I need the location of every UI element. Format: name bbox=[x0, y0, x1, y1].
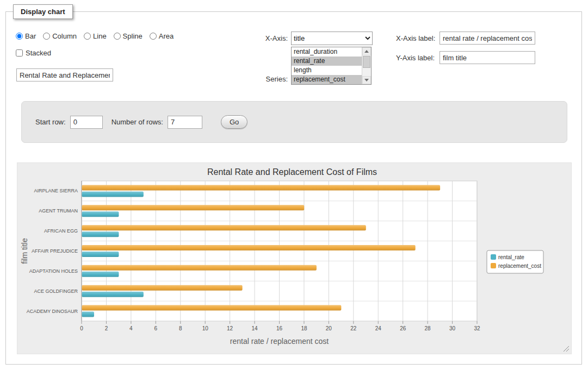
chart-type-radio-area[interactable] bbox=[150, 33, 157, 40]
chart-type-radiogroup: BarColumnLineSplineArea bbox=[16, 32, 174, 40]
series-option-rental_duration[interactable]: rental_duration bbox=[292, 47, 362, 57]
legend-swatch bbox=[491, 254, 496, 260]
legend-label: replacement_cost bbox=[498, 263, 541, 269]
chart-type-option-label: Line bbox=[93, 32, 107, 40]
x-tick-label: 2 bbox=[105, 325, 108, 331]
chart-type-radio-spline[interactable] bbox=[114, 33, 121, 40]
start-row-label: Start row: bbox=[35, 118, 66, 126]
y-axis-label-input[interactable] bbox=[440, 51, 535, 64]
category-label: ACADEMY DINOSAUR bbox=[27, 309, 78, 314]
page: Display chart BarColumnLineSplineArea St… bbox=[0, 0, 588, 370]
triangle-down-icon bbox=[364, 79, 369, 81]
x-axis-select-label: X-Axis: bbox=[222, 34, 288, 42]
x-axis-title: rental rate / replacement cost bbox=[230, 337, 329, 346]
stacked-label: Stacked bbox=[26, 49, 51, 57]
series-option-length[interactable]: length bbox=[292, 66, 362, 75]
x-axis-label-caption: X-Axis label: bbox=[396, 34, 435, 42]
x-axis-select[interactable]: title bbox=[291, 32, 373, 45]
scroll-up-button[interactable] bbox=[362, 47, 371, 55]
x-tick-label: 14 bbox=[252, 325, 258, 331]
category-label: AIRPLANE SIERRA bbox=[34, 188, 78, 193]
triangle-up-icon bbox=[364, 50, 369, 53]
number-of-rows-label: Number of rows: bbox=[112, 118, 163, 126]
x-tick-label: 10 bbox=[202, 325, 209, 331]
chart-type-option-area[interactable]: Area bbox=[150, 32, 174, 40]
chart-resize-handle[interactable] bbox=[564, 346, 569, 352]
series-select-label: Series: bbox=[222, 75, 288, 83]
y-axis-label-caption: Y-Axis label: bbox=[396, 54, 435, 62]
x-tick-label: 0 bbox=[80, 325, 83, 331]
x-tick-label: 18 bbox=[301, 325, 307, 331]
chart-title: Rental Rate and Replacement Cost of Film… bbox=[207, 167, 377, 177]
y-axis-title: film title bbox=[20, 238, 29, 264]
chart-type-radio-line[interactable] bbox=[84, 33, 91, 40]
fieldset-legend: Display chart bbox=[13, 4, 73, 19]
x-tick-label: 8 bbox=[179, 325, 182, 331]
chart-title-input[interactable] bbox=[16, 68, 113, 81]
category-label: AFFAIR PREJUDICE bbox=[32, 248, 78, 254]
chart-type-option-column[interactable]: Column bbox=[43, 32, 77, 40]
chart-legend: rental_ratereplacement_cost bbox=[487, 250, 543, 273]
stacked-checkbox-row[interactable]: Stacked bbox=[16, 49, 51, 57]
x-tick-label: 12 bbox=[227, 325, 233, 331]
display-chart-fieldset: Display chart BarColumnLineSplineArea St… bbox=[5, 11, 582, 365]
category-label: AFRICAN EGG bbox=[44, 228, 78, 234]
legend-label: rental_rate bbox=[498, 254, 524, 260]
bar-rental_rate[interactable] bbox=[82, 252, 119, 257]
bar-replacement_cost[interactable] bbox=[82, 205, 305, 210]
chart-type-radio-column[interactable] bbox=[43, 33, 50, 40]
scroll-down-button[interactable] bbox=[362, 76, 371, 84]
chart-type-option-label: Column bbox=[52, 32, 77, 40]
x-axis-label-input[interactable] bbox=[440, 32, 535, 45]
x-tick-label: 32 bbox=[474, 325, 480, 331]
series-listbox-items: rental_durationrental_ratelengthreplacem… bbox=[292, 47, 362, 84]
x-tick-label: 6 bbox=[154, 325, 158, 331]
series-listbox[interactable]: rental_durationrental_ratelengthreplacem… bbox=[291, 47, 372, 85]
scrollbar-thumb[interactable] bbox=[363, 56, 370, 68]
category-label: ADAPTATION HOLES bbox=[29, 268, 78, 274]
chart-type-radio-bar[interactable] bbox=[16, 33, 23, 40]
bar-rental_rate[interactable] bbox=[82, 211, 119, 217]
x-tick-label: 4 bbox=[129, 325, 133, 331]
category-label: ACE GOLDFINGER bbox=[34, 289, 78, 294]
legend-swatch bbox=[491, 263, 496, 268]
x-tick-label: 20 bbox=[326, 325, 332, 331]
bar-replacement_cost[interactable] bbox=[82, 245, 416, 250]
chart-type-option-label: Spline bbox=[123, 32, 143, 40]
series-option-rental_rate[interactable]: rental_rate bbox=[292, 57, 362, 66]
chart-type-option-label: Bar bbox=[25, 32, 36, 40]
chart-svg: 02468101214161820222426283032AIRPLANE SI… bbox=[17, 163, 571, 354]
x-tick-label: 24 bbox=[375, 325, 382, 331]
legend-item-replacement_cost[interactable]: replacement_cost bbox=[491, 263, 541, 269]
start-row-input[interactable] bbox=[70, 116, 103, 129]
bar-rental_rate[interactable] bbox=[82, 191, 144, 197]
chart-type-option-line[interactable]: Line bbox=[84, 32, 107, 40]
x-tick-label: 28 bbox=[425, 325, 431, 331]
x-tick-label: 16 bbox=[276, 325, 283, 331]
x-tick-label: 22 bbox=[350, 325, 357, 331]
bar-rental_rate[interactable] bbox=[82, 292, 144, 297]
bar-replacement_cost[interactable] bbox=[82, 265, 317, 271]
legend-item-rental_rate[interactable]: rental_rate bbox=[491, 254, 524, 260]
bar-replacement_cost[interactable] bbox=[82, 285, 243, 291]
chart-container: 02468101214161820222426283032AIRPLANE SI… bbox=[17, 162, 572, 354]
chart-type-option-spline[interactable]: Spline bbox=[114, 32, 143, 40]
rows-panel: Start row: Number of rows: Go bbox=[21, 101, 567, 143]
chart-type-option-label: Area bbox=[159, 32, 174, 40]
bar-rental_rate[interactable] bbox=[82, 312, 94, 317]
bar-rental_rate[interactable] bbox=[82, 231, 119, 237]
bar-replacement_cost[interactable] bbox=[82, 225, 366, 230]
bar-replacement_cost[interactable] bbox=[82, 305, 342, 311]
number-of-rows-input[interactable] bbox=[168, 116, 202, 129]
chart-type-option-bar[interactable]: Bar bbox=[16, 32, 36, 40]
stacked-checkbox[interactable] bbox=[16, 49, 23, 57]
category-label: AGENT TRUMAN bbox=[39, 208, 78, 214]
x-tick-label: 30 bbox=[449, 325, 456, 331]
series-listbox-scrollbar[interactable] bbox=[362, 47, 371, 84]
go-button[interactable]: Go bbox=[221, 115, 247, 129]
series-option-replacement_cost[interactable]: replacement_cost bbox=[292, 75, 362, 84]
bar-rental_rate[interactable] bbox=[82, 272, 119, 277]
bar-replacement_cost[interactable] bbox=[82, 185, 441, 190]
x-tick-label: 26 bbox=[400, 325, 406, 331]
